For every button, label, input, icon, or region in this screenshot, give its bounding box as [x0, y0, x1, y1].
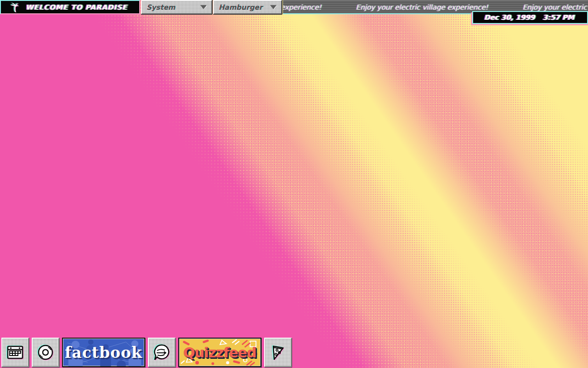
hamburger-dropdown[interactable]: Hamburger — [213, 0, 282, 14]
dock-button-quizzfeed[interactable]: Quizzfeed — [178, 338, 261, 367]
clock-time: 3:57 PM — [543, 13, 574, 22]
chevron-down-icon — [270, 5, 277, 9]
marquee-track: Enjoy your electric village experience!E… — [283, 3, 588, 12]
system-dropdown[interactable]: System — [141, 0, 212, 14]
marquee-text: Enjoy your electric village experience! — [283, 3, 322, 12]
welcome-title-button[interactable]: WELCOME TO PARADISE — [0, 0, 140, 14]
chat-bubble-icon — [152, 343, 171, 362]
clock-widget: Dec 30, 1999 3:57 PM — [472, 11, 588, 24]
quizzfeed-label: Quizzfeed — [183, 345, 256, 361]
dock-button-calendar[interactable] — [1, 338, 29, 367]
desktop: WELCOME TO PARADISE System Hamburger Enj… — [0, 0, 588, 368]
dock: factbook — [1, 338, 292, 367]
hamburger-dropdown-label: Hamburger — [219, 3, 262, 12]
chevron-down-icon — [200, 5, 207, 9]
cd-icon — [36, 343, 55, 362]
dock-button-chat[interactable] — [148, 338, 175, 367]
calendar-icon — [6, 344, 24, 361]
clock-date: Dec 30, 1999 — [484, 13, 535, 22]
dock-button-cd-player[interactable] — [32, 338, 59, 367]
factbook-label: factbook — [65, 344, 142, 362]
marquee-text: Enjoy your electric village experience! — [523, 3, 588, 12]
system-dropdown-label: System — [147, 3, 175, 12]
palm-tree-icon — [10, 2, 19, 12]
dock-button-factbook[interactable]: factbook — [62, 338, 145, 367]
dock-button-pizza[interactable] — [264, 338, 292, 367]
pizza-icon — [268, 343, 288, 362]
marquee-text: Enjoy your electric village experience! — [356, 3, 488, 12]
page-title: WELCOME TO PARADISE — [26, 3, 127, 12]
